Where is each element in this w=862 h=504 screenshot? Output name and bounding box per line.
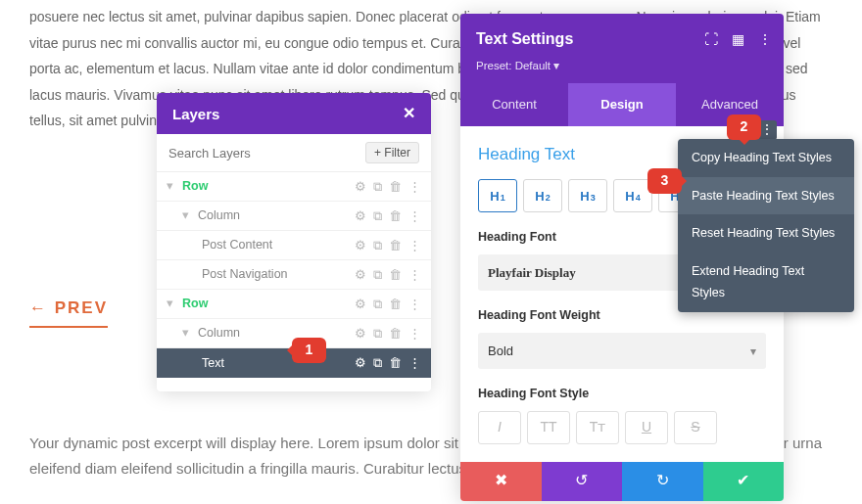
annotation-marker-2: 2 [727,115,761,140]
tab-design[interactable]: Design [568,83,676,125]
layer-row-column[interactable]: ▾ Column ⚙ ⧉ 🗑 ⋮ [157,202,431,231]
layer-label: Column [198,205,355,227]
context-menu: Copy Heading Text Styles Paste Heading T… [678,139,854,312]
layer-row-row[interactable]: ▾ Row ⚙ ⧉ 🗑 ⋮ [157,172,431,202]
duplicate-icon[interactable]: ⧉ [373,293,382,315]
trash-icon[interactable]: 🗑 [389,175,402,198]
gear-icon[interactable]: ⚙ [355,293,366,315]
settings-header: Text Settings Preset: Default ▾ ⛶ ▦ ⋮ [460,14,784,83]
cancel-button[interactable]: ✖ [460,462,542,501]
more-icon[interactable]: ⋮ [408,234,421,256]
preset-dropdown[interactable]: Preset: Default ▾ [476,56,768,76]
layers-search-bar: + Filter [157,134,431,172]
strikethrough-button[interactable]: S [674,411,717,444]
heading-h2-button[interactable]: H2 [523,179,562,212]
annotation-marker-3: 3 [647,168,682,194]
select-caret-icon: ▾ [750,345,756,357]
trash-icon[interactable]: 🗑 [389,205,402,227]
trash-icon[interactable]: 🗑 [389,322,402,344]
chevron-down-icon[interactable]: ▾ [182,205,192,227]
duplicate-icon[interactable]: ⧉ [373,322,382,344]
heading-h1-button[interactable]: H1 [478,179,517,212]
more-icon[interactable]: ⋮ [408,322,421,344]
heading-style-label: Heading Font Style [478,383,766,405]
trash-icon[interactable]: 🗑 [389,263,402,286]
gear-icon[interactable]: ⚙ [355,322,366,344]
gear-icon[interactable]: ⚙ [355,351,366,374]
duplicate-icon[interactable]: ⧉ [373,263,382,286]
layers-title: Layers [172,101,219,127]
search-input[interactable] [168,146,365,160]
layer-label: Post Content [202,234,355,256]
heading-h4-button[interactable]: H4 [613,179,652,212]
chevron-down-icon[interactable]: ▾ [167,175,176,198]
more-icon[interactable]: ⋮ [758,27,772,52]
expand-icon[interactable]: ⛶ [704,27,718,52]
heading-font-value: Playfair Display [488,261,576,284]
annotation-marker-1: 1 [292,338,326,363]
redo-button[interactable]: ↻ [622,462,703,501]
gear-icon[interactable]: ⚙ [355,234,366,256]
filter-button[interactable]: + Filter [365,142,419,163]
ctx-paste-styles[interactable]: Paste Heading Text Styles [678,177,854,215]
trash-icon[interactable]: 🗑 [389,234,402,256]
heading-weight-select[interactable]: Bold ▾ [478,333,766,369]
gear-icon[interactable]: ⚙ [355,263,366,286]
tab-content[interactable]: Content [460,83,568,125]
duplicate-icon[interactable]: ⧉ [373,351,382,374]
chevron-down-icon[interactable]: ▾ [167,293,176,315]
more-icon[interactable]: ⋮ [408,175,421,198]
layer-label: Row [182,293,355,315]
undo-button[interactable]: ↺ [542,462,623,501]
layer-row-post-navigation[interactable]: Post Navigation ⚙ ⧉ 🗑 ⋮ [157,260,431,290]
layer-label: Row [182,175,355,198]
close-icon[interactable]: ✕ [403,100,415,128]
save-button[interactable]: ✔ [703,462,785,501]
layer-row-post-content[interactable]: Post Content ⚙ ⧉ 🗑 ⋮ [157,231,431,260]
grid-icon[interactable]: ▦ [732,27,744,52]
layer-label: Post Navigation [202,263,355,286]
duplicate-icon[interactable]: ⧉ [373,175,382,198]
chevron-down-icon[interactable]: ▾ [182,322,192,344]
duplicate-icon[interactable]: ⧉ [373,234,382,256]
gear-icon[interactable]: ⚙ [355,205,366,227]
trash-icon[interactable]: 🗑 [389,351,402,374]
capitalize-button[interactable]: Tᴛ [576,411,619,444]
duplicate-icon[interactable]: ⧉ [373,205,382,227]
layer-row-row[interactable]: ▾ Row ⚙ ⧉ 🗑 ⋮ [157,290,431,319]
ctx-reset-styles[interactable]: Reset Heading Text Styles [678,214,854,252]
layer-label: Column [198,322,355,344]
underline-button[interactable]: U [625,411,668,444]
more-icon[interactable]: ⋮ [408,293,421,315]
layers-header: Layers ✕ [157,93,431,134]
ctx-copy-styles[interactable]: Copy Heading Text Styles [678,139,854,177]
italic-button[interactable]: I [478,411,521,444]
ctx-extend-styles[interactable]: Extend Heading Text Styles [678,252,854,312]
heading-weight-value: Bold [488,340,513,362]
gear-icon[interactable]: ⚙ [355,175,366,198]
uppercase-button[interactable]: TT [527,411,570,444]
layer-label: Text [202,352,355,375]
more-icon[interactable]: ⋮ [408,351,421,374]
prev-link[interactable]: ← PREV [29,294,108,328]
settings-footer: ✖ ↺ ↻ ✔ [460,462,784,501]
heading-h3-button[interactable]: H3 [568,179,607,212]
more-icon[interactable]: ⋮ [408,263,421,286]
trash-icon[interactable]: 🗑 [389,293,402,315]
more-icon[interactable]: ⋮ [408,205,421,227]
